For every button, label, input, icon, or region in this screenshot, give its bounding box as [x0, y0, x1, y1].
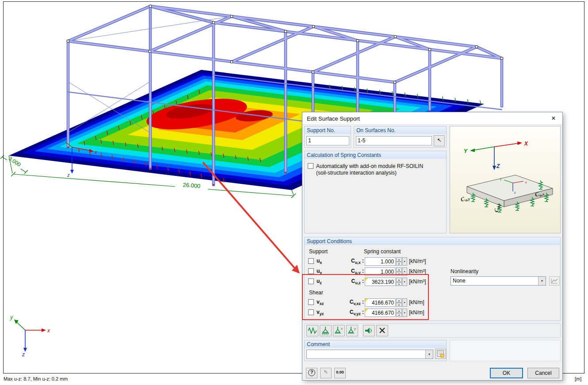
spinner-down-icon: ▼: [396, 282, 402, 286]
edit-surface-support-dialog: Edit Surface Support ✕ Support No. 1 On …: [302, 112, 563, 381]
shear-label: Shear: [309, 290, 323, 296]
svg-text:x: x: [340, 327, 343, 331]
dialog-titlebar[interactable]: Edit Surface Support ✕: [302, 112, 562, 125]
ux-checkbox[interactable]: [308, 258, 314, 264]
spinner-up-icon: ▲: [396, 257, 402, 262]
comment-caption: Comment: [305, 340, 446, 348]
unit-label: [kN/m³]: [409, 268, 426, 274]
spinner[interactable]: ▲▼: [396, 278, 402, 286]
speaker-button[interactable]: [363, 325, 375, 336]
chevron-down-icon[interactable]: ▾: [538, 277, 546, 285]
vxz-checkbox[interactable]: [308, 299, 314, 305]
svg-text:x: x: [525, 181, 527, 184]
uy-checkbox[interactable]: [308, 268, 314, 274]
comment-dropdown[interactable]: ▾: [306, 350, 433, 359]
spinner-down-icon: ▼: [396, 262, 402, 266]
spinner[interactable]: ▲▼: [396, 298, 402, 307]
close-icon[interactable]: ✕: [545, 112, 562, 125]
support-y-icon: y: [347, 326, 357, 335]
spinner[interactable]: ▲▼: [396, 309, 402, 317]
preset-support-button[interactable]: [320, 325, 332, 336]
unit-label: [kN/m³]: [409, 278, 426, 285]
support-conditions-group: Support Conditions Support Spring consta…: [304, 237, 561, 321]
spring-icon: [307, 326, 317, 335]
help-icon: ?: [308, 369, 315, 376]
nonlinearity-label: Nonlinearity: [451, 268, 478, 274]
spinner-up-icon: ▲: [396, 278, 402, 282]
svg-text:x: x: [94, 149, 97, 155]
detail-button[interactable]: ▸: [402, 298, 407, 307]
nonlinearity-dropdown[interactable]: None ▾: [451, 276, 546, 286]
spinner[interactable]: ▲▼: [396, 267, 402, 276]
spinner-up-icon: ▲: [396, 267, 402, 272]
support-no-group: Support No. 1: [304, 126, 351, 148]
rf-soilin-label-line1: Automatically with add-on module RF-SOIL…: [316, 163, 423, 169]
support-no-caption: Support No.: [305, 126, 351, 134]
spring-value-field[interactable]: 1.000: [365, 267, 396, 276]
cuz-label: Cu,z: [493, 204, 500, 212]
close-x-icon: [377, 326, 387, 335]
preset-support-x-button[interactable]: x: [333, 325, 345, 336]
decimal-places-button[interactable]: 0.00: [334, 368, 346, 378]
svg-text:y: y: [354, 327, 356, 331]
delete-support-button[interactable]: [376, 325, 388, 336]
support-row-uy: uy Cu,y : 1.000 ▲▼ ▸ [kN/m³]: [308, 267, 558, 276]
spinner[interactable]: ▲▼: [396, 257, 402, 266]
preset-spring-button[interactable]: [306, 325, 318, 336]
dimension-26-label: 26.000: [183, 182, 201, 190]
detail-button[interactable]: ▸: [402, 257, 407, 266]
chevron-down-icon[interactable]: ▾: [425, 350, 433, 358]
spinner-down-icon: ▼: [396, 313, 402, 317]
uz-checkbox[interactable]: [308, 278, 314, 284]
ok-button[interactable]: OK: [490, 368, 523, 378]
spring-constant-header: Spring constant: [364, 248, 401, 255]
calc-caption: Calculation of Spring Constants: [305, 151, 446, 159]
unit-label: [kN/m]: [409, 299, 424, 305]
notes-icon: [436, 350, 445, 358]
detail-button[interactable]: ▸: [402, 267, 407, 276]
svg-text:y: y: [10, 314, 13, 320]
support-column-header: Support: [309, 248, 328, 255]
spring-value-field[interactable]: 1.000: [365, 257, 396, 266]
nonlinearity-edit-button[interactable]: [549, 276, 560, 286]
support-preset-toolbar: x y: [304, 323, 561, 338]
status-units: [m]: [575, 376, 581, 381]
preset-support-y-button[interactable]: y: [346, 325, 358, 336]
pick-surfaces-button[interactable]: ↖: [434, 135, 445, 146]
spring-value-field[interactable]: 3623.190: [365, 278, 396, 286]
spinner-up-icon: ▲: [396, 298, 402, 303]
on-surfaces-field[interactable]: 1-5: [356, 136, 432, 145]
spring-value-field[interactable]: 4166.670: [365, 309, 396, 317]
spinner-down-icon: ▼: [396, 303, 402, 307]
support-no-field[interactable]: 1: [306, 136, 349, 145]
support-diagram-panel: X Y Z x y z Cu,y Cu,z: [450, 126, 561, 233]
rf-soilin-checkbox[interactable]: [308, 163, 313, 169]
svg-text:z: z: [67, 172, 70, 178]
origin-axes: x y z: [10, 314, 50, 358]
detail-button[interactable]: ▸: [402, 278, 407, 286]
spinner-down-icon: ▼: [396, 272, 402, 276]
svg-text:z: z: [22, 351, 25, 358]
support-row-vyz: vyz Cv,yz : 4166.670 ▲▼ ▸ [kN/m]: [308, 309, 558, 317]
diagram-icon: [550, 278, 558, 284]
on-surfaces-group: On Surfaces No. 1-5 ↖: [354, 126, 447, 148]
svg-text:z: z: [514, 191, 516, 194]
support-diagram: X Y Z x y z: [450, 126, 560, 233]
support-row-vxz: vxz Cv,xz : 4166.670 ▲▼ ▸ [kN/m]: [308, 298, 558, 307]
cancel-button[interactable]: Cancel: [527, 368, 559, 378]
detail-button[interactable]: ▸: [402, 309, 407, 317]
comment-template-button[interactable]: [435, 349, 446, 359]
svg-text:Y: Y: [464, 148, 468, 154]
svg-text:x: x: [47, 328, 50, 334]
edit-mode-button[interactable]: ✎: [320, 368, 332, 378]
spring-value-field[interactable]: 4166.670: [365, 298, 396, 307]
help-button[interactable]: ?: [306, 368, 317, 378]
rf-soilin-label-line2: (soil-structure interaction analysis): [316, 170, 397, 176]
calc-spring-constants-group: Calculation of Spring Constants Automati…: [304, 151, 447, 233]
on-surfaces-caption: On Surfaces No.: [354, 126, 446, 134]
svg-text:Z: Z: [496, 163, 500, 169]
dialog-title: Edit Surface Support: [307, 115, 360, 122]
side-panel: [450, 340, 561, 361]
vyz-checkbox[interactable]: [308, 309, 314, 315]
support-icon: [321, 326, 331, 335]
